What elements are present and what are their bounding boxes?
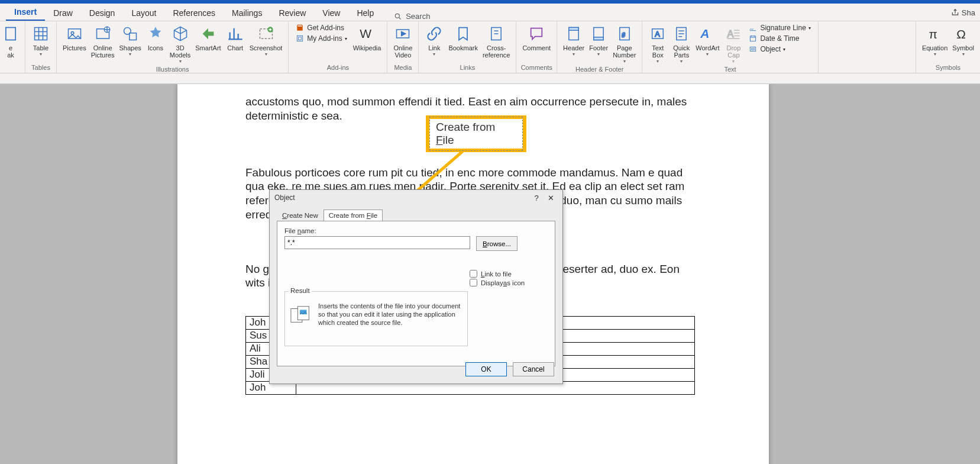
group-comments: Comment Comments	[516, 21, 557, 73]
page-number-button[interactable]: #Page Number▾	[610, 22, 638, 65]
header-icon	[565, 25, 582, 42]
page-break-label: eak	[7, 44, 14, 59]
svg-rect-12	[297, 36, 303, 41]
share-button[interactable]: Sha	[946, 4, 980, 21]
3d-models-button[interactable]: 3D Models▾	[167, 22, 193, 65]
tab-create-new[interactable]: Create New	[277, 210, 324, 221]
object-dialog: Object ? ✕ Create New Create from File F…	[269, 189, 563, 384]
display-as-icon-checkbox[interactable]: Display as icon	[470, 279, 525, 286]
group-illustrations: Pictures Online Pictures Shapes▾ Icons 3…	[57, 21, 289, 73]
date-time-button[interactable]: Date & Time	[749, 33, 810, 44]
wikipedia-button[interactable]: WWikipedia	[351, 22, 384, 53]
share-icon	[951, 8, 959, 17]
wordart-button[interactable]: AWordArt▾	[693, 22, 722, 58]
my-addins-button[interactable]: My Add-ins▾	[296, 33, 347, 44]
svg-rect-30	[752, 49, 755, 50]
screenshot-button[interactable]: Screenshot▾	[247, 22, 285, 58]
help-button[interactable]: ?	[529, 194, 544, 202]
shapes-icon	[122, 25, 138, 42]
signature-icon	[749, 24, 757, 32]
close-button[interactable]: ✕	[544, 194, 558, 202]
quick-parts-icon	[673, 25, 690, 42]
online-pictures-button[interactable]: Online Pictures	[89, 22, 117, 60]
symbol-button[interactable]: ΩSymbol▾	[950, 22, 976, 58]
video-icon	[394, 25, 411, 42]
online-video-button[interactable]: Online Video	[391, 22, 415, 60]
table-button[interactable]: Table ▾	[29, 22, 53, 58]
result-text: Inserts the contents of the file into yo…	[318, 302, 462, 341]
group-links-label: Links	[460, 62, 476, 73]
get-addins-button[interactable]: Get Add-ins	[296, 22, 347, 33]
icons-icon	[147, 25, 164, 42]
search-placeholder: Search	[406, 12, 430, 21]
tab-review[interactable]: Review	[270, 5, 314, 21]
file-name-input[interactable]	[284, 236, 470, 249]
addins-list: Get Add-ins My Add-ins▾	[292, 22, 350, 44]
tab-view[interactable]: View	[314, 5, 348, 21]
search-icon	[394, 12, 402, 21]
svg-text:A: A	[655, 30, 661, 38]
tab-create-from-file[interactable]: Create from File	[324, 210, 383, 221]
object-button[interactable]: Object▾	[749, 44, 810, 54]
chart-button[interactable]: Chart	[224, 22, 247, 53]
tab-mailings[interactable]: Mailings	[224, 5, 270, 21]
equation-button[interactable]: πEquation▾	[920, 22, 950, 58]
text-box-button[interactable]: AText Box▾	[646, 22, 669, 65]
group-comments-label: Comments	[521, 62, 552, 73]
text-list: Signature Line▾ Date & Time Object▾	[745, 22, 814, 54]
shapes-button[interactable]: Shapes▾	[117, 22, 144, 58]
quick-parts-button[interactable]: Quick Parts▾	[669, 22, 693, 65]
group-symbols: πEquation▾ ΩSymbol▾ Symbols	[916, 21, 980, 73]
comment-icon	[528, 25, 545, 42]
menubar: Insert Draw Design Layout References Mai…	[0, 4, 980, 21]
comment-button[interactable]: Comment	[520, 22, 553, 53]
object-icon	[749, 45, 757, 53]
tab-design[interactable]: Design	[81, 5, 124, 21]
link-button[interactable]: Link▾	[422, 22, 446, 58]
svg-text:π: π	[929, 27, 937, 41]
signature-line-button[interactable]: Signature Line▾	[749, 22, 810, 33]
group-tables: Table ▾ Tables	[25, 21, 57, 73]
page-break-button[interactable]: eak	[0, 22, 21, 60]
tab-insert[interactable]: Insert	[6, 4, 45, 21]
group-symbols-label: Symbols	[936, 62, 960, 73]
svg-rect-18	[569, 28, 578, 31]
tab-references[interactable]: References	[164, 5, 224, 21]
tab-draw[interactable]: Draw	[45, 5, 81, 21]
svg-rect-13	[299, 37, 302, 40]
cross-reference-button[interactable]: Cross- reference	[480, 22, 512, 60]
svg-rect-20	[594, 37, 603, 40]
group-media-label: Media	[394, 62, 412, 73]
ok-button[interactable]: OK	[465, 362, 507, 376]
icons-button[interactable]: Icons	[144, 22, 167, 53]
cross-ref-icon	[488, 25, 504, 42]
search-box[interactable]: Search	[394, 12, 430, 21]
page-number-icon: #	[616, 25, 633, 42]
text-box-icon: A	[649, 25, 666, 42]
tab-layout[interactable]: Layout	[123, 5, 164, 21]
smartart-icon	[200, 25, 216, 42]
dialog-tabs: Create New Create from File	[277, 208, 555, 221]
table-icon	[33, 25, 49, 42]
callout-highlight: Create from File	[426, 115, 526, 152]
pictures-icon	[66, 25, 83, 42]
footer-button[interactable]: Footer▾	[587, 22, 610, 58]
dialog-titlebar: Object ? ✕	[270, 190, 562, 205]
smartart-button[interactable]: SmartArt	[193, 22, 223, 53]
chart-icon	[227, 25, 244, 42]
table-label: Table	[33, 44, 48, 51]
svg-rect-8	[130, 33, 137, 40]
group-illustrations-label: Illustrations	[156, 65, 189, 73]
pictures-button[interactable]: Pictures	[60, 22, 89, 53]
cancel-button[interactable]: Cancel	[513, 362, 554, 376]
link-to-file-checkbox[interactable]: Link to file	[470, 270, 525, 278]
wikipedia-icon: W	[359, 25, 376, 42]
svg-point-0	[396, 14, 400, 18]
drop-cap-button[interactable]: ADrop Cap▾	[722, 22, 745, 65]
bookmark-button[interactable]: Bookmark	[446, 22, 480, 53]
screenshot-icon	[258, 25, 274, 42]
header-button[interactable]: Header▾	[561, 22, 587, 58]
tab-help[interactable]: Help	[348, 5, 382, 21]
svg-rect-29	[751, 47, 756, 51]
browse-button[interactable]: Browse...	[476, 236, 518, 251]
